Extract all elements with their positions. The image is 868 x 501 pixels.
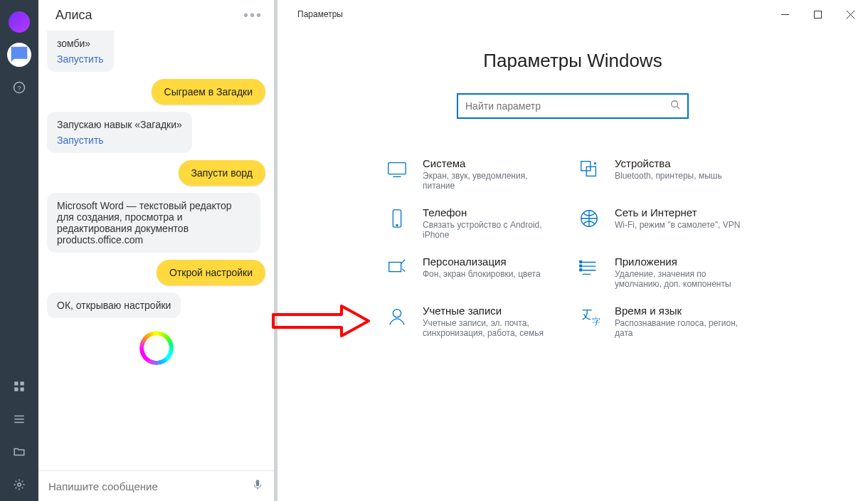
search-box[interactable] — [457, 93, 689, 119]
mic-icon[interactable] — [251, 478, 264, 494]
person-icon — [384, 305, 410, 338]
svg-rect-4 — [14, 388, 18, 391]
chat-icon[interactable] — [7, 43, 31, 67]
menu-icon[interactable] — [7, 407, 31, 431]
svg-text:字: 字 — [592, 317, 600, 327]
message-input[interactable] — [48, 480, 251, 492]
assistant-message: зомби» Запустить — [47, 31, 114, 72]
message-input-row — [38, 470, 274, 501]
item-desc: Bluetooth, принтеры, мышь — [615, 171, 722, 181]
message-text: Microsoft Word — текстовый редактор для … — [57, 200, 232, 246]
maximize-button[interactable] — [801, 4, 834, 25]
search-input[interactable] — [465, 100, 670, 112]
language-icon: 字 — [576, 305, 602, 338]
alice-pane: Алиса ••• зомби» Запустить Сыграем в Заг… — [38, 0, 277, 501]
item-title: Устройства — [615, 157, 722, 169]
svg-point-15 — [396, 224, 398, 226]
assistant-message: ОК, открываю настройки — [47, 292, 181, 318]
user-message: Сыграем в Загадки — [152, 79, 265, 105]
alice-header: Алиса ••• — [38, 0, 274, 31]
settings-item-time-language[interactable]: 字 Время и языкРаспознавание голоса, реги… — [576, 305, 761, 338]
message-text: Открой настройки — [169, 267, 253, 278]
settings-item-phone[interactable]: ТелефонСвязать устройство с Android, iPh… — [384, 206, 569, 240]
user-message: Запусти ворд — [179, 160, 266, 186]
svg-rect-12 — [586, 167, 596, 176]
item-desc: Распознавание голоса, регион, дата — [615, 318, 750, 338]
app-sidebar: ? — [0, 0, 38, 501]
alice-title: Алиса — [55, 8, 243, 23]
minimize-button[interactable] — [768, 4, 801, 25]
display-icon — [384, 157, 410, 191]
assistant-message: Запускаю навык «Загадки» Запустить — [47, 112, 192, 153]
item-title: Приложения — [615, 255, 750, 268]
svg-rect-5 — [21, 388, 24, 391]
settings-item-system[interactable]: СистемаЭкран, звук, уведомления, питание — [384, 157, 569, 191]
globe-icon — [576, 206, 602, 240]
svg-rect-20 — [580, 269, 582, 271]
settings-window: Параметры Параметры Windows СистемаЭкран… — [277, 0, 868, 501]
user-message: Открой настройки — [157, 260, 265, 285]
svg-rect-8 — [814, 11, 821, 18]
settings-grid: СистемаЭкран, звук, уведомления, питание… — [384, 157, 761, 338]
svg-text:?: ? — [17, 84, 21, 92]
close-button[interactable] — [834, 4, 867, 25]
brush-icon — [384, 255, 410, 289]
settings-item-personalization[interactable]: ПерсонализацияФон, экран блокировки, цве… — [384, 255, 569, 289]
svg-point-21 — [393, 310, 401, 317]
voice-indicator[interactable] — [47, 325, 265, 369]
devices-icon — [576, 157, 602, 191]
window-title: Параметры — [292, 9, 768, 19]
item-title: Сеть и Интернет — [615, 206, 740, 218]
settings-item-network[interactable]: Сеть и ИнтернетWi-Fi, режим "в самолете"… — [576, 206, 761, 240]
chat-area: зомби» Запустить Сыграем в Загадки Запус… — [38, 31, 274, 470]
item-desc: Wi-Fi, режим "в самолете", VPN — [615, 220, 740, 230]
folder-icon[interactable] — [7, 440, 31, 464]
more-icon[interactable]: ••• — [243, 7, 263, 23]
item-title: Время и язык — [615, 305, 750, 317]
tiles-icon[interactable] — [7, 374, 31, 399]
settings-item-devices[interactable]: УстройстваBluetooth, принтеры, мышь — [576, 157, 761, 191]
svg-rect-18 — [580, 261, 582, 263]
svg-rect-10 — [388, 163, 406, 174]
alice-orb-icon[interactable] — [7, 10, 31, 34]
svg-rect-7 — [256, 480, 260, 486]
item-desc: Учетные записи, эл. почта, синхронизация… — [423, 318, 558, 338]
message-text: зомби» — [57, 38, 90, 49]
svg-point-9 — [672, 101, 678, 107]
gear-icon[interactable] — [7, 473, 31, 497]
titlebar: Параметры — [277, 0, 868, 24]
settings-item-accounts[interactable]: Учетные записиУчетные записи, эл. почта,… — [384, 305, 569, 338]
item-desc: Фон, экран блокировки, цвета — [423, 269, 541, 279]
search-icon[interactable] — [670, 100, 680, 112]
svg-rect-3 — [21, 381, 24, 385]
svg-rect-2 — [14, 381, 18, 385]
phone-icon — [384, 206, 410, 240]
svg-point-13 — [595, 163, 596, 164]
item-title: Учетные записи — [423, 305, 558, 317]
message-text: Сыграем в Загадки — [164, 86, 253, 97]
settings-item-apps[interactable]: ПриложенияУдаление, значения по умолчани… — [576, 255, 761, 289]
item-desc: Связать устройство с Android, iPhone — [423, 220, 558, 240]
message-text: Запускаю навык «Загадки» — [57, 119, 182, 130]
help-icon[interactable]: ? — [7, 75, 31, 100]
launch-link[interactable]: Запустить — [57, 53, 104, 65]
svg-rect-11 — [581, 162, 591, 171]
page-title: Параметры Windows — [483, 50, 662, 72]
settings-body: Параметры Windows СистемаЭкран, звук, ув… — [277, 24, 868, 501]
item-desc: Удаление, значения по умолчанию, доп. ко… — [615, 269, 750, 289]
svg-rect-17 — [389, 263, 401, 272]
assistant-message: Microsoft Word — текстовый редактор для … — [47, 193, 260, 253]
item-title: Персонализация — [423, 255, 541, 268]
item-title: Телефон — [423, 206, 558, 218]
item-desc: Экран, звук, уведомления, питание — [423, 171, 558, 191]
launch-link[interactable]: Запустить — [57, 135, 182, 146]
svg-rect-19 — [580, 265, 582, 267]
svg-point-6 — [18, 483, 21, 487]
item-title: Система — [423, 157, 558, 169]
message-text: Запусти ворд — [191, 167, 253, 179]
apps-icon — [576, 255, 602, 289]
message-text: ОК, открываю настройки — [57, 300, 171, 311]
